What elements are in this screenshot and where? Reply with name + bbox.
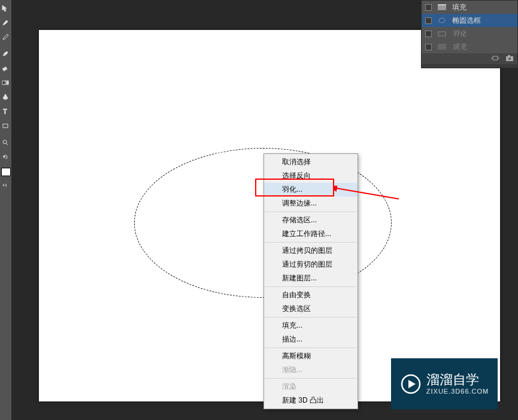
tool-palette: T xyxy=(0,0,12,420)
svg-rect-11 xyxy=(438,32,446,36)
history-label: 填充 xyxy=(452,42,466,52)
history-toggle[interactable] xyxy=(425,44,432,50)
new-snapshot-icon[interactable] xyxy=(491,55,499,64)
menu-divider xyxy=(265,348,357,348)
menu-divider xyxy=(265,378,357,379)
svg-rect-3 xyxy=(3,124,8,128)
svg-rect-0 xyxy=(2,67,7,71)
menu-render: 渲染 xyxy=(264,380,358,394)
history-item-ellipse[interactable]: 椭圆选框 xyxy=(422,14,517,27)
menu-layer-via-cut[interactable]: 通过剪切的图层 xyxy=(264,258,358,271)
watermark-subtitle: ZIXUE.3D66.COM xyxy=(426,388,489,395)
menu-new-layer[interactable]: 新建图层... xyxy=(264,271,358,285)
menu-make-work-path[interactable]: 建立工作路径... xyxy=(264,227,358,241)
rectangle-tool[interactable] xyxy=(0,119,11,133)
menu-new-3d-extrusion[interactable]: 新建 3D 凸出 xyxy=(264,394,358,407)
gradient-tool[interactable] xyxy=(0,75,11,90)
eraser-tool[interactable] xyxy=(0,61,11,75)
history-toggle[interactable] xyxy=(425,31,432,37)
menu-divider xyxy=(265,317,357,318)
folder-icon xyxy=(438,30,446,37)
svg-rect-1 xyxy=(2,81,8,84)
menu-divider xyxy=(265,286,357,287)
history-panel: 填充 椭圆选框 羽化 填充 xyxy=(421,0,518,68)
context-menu: 取消选择 选择反向 羽化... 调整边缘... 存储选区... 建立工作路径..… xyxy=(263,153,358,409)
svg-rect-17 xyxy=(508,55,510,56)
menu-fade: 渐隐... xyxy=(264,363,358,377)
history-brush-tool[interactable] xyxy=(0,47,11,61)
panel-handle[interactable] xyxy=(422,64,517,68)
pencil-tool[interactable] xyxy=(0,30,11,44)
collapse-toolbar[interactable] xyxy=(2,183,10,189)
menu-free-transform[interactable]: 自由变换 xyxy=(264,288,358,302)
watermark-badge: 溜溜自学 ZIXUE.3D66.COM xyxy=(391,358,498,409)
fill-icon xyxy=(438,43,446,50)
history-toggle[interactable] xyxy=(425,17,432,24)
history-item-feather[interactable]: 羽化 xyxy=(422,27,517,40)
foreground-color[interactable] xyxy=(1,168,11,176)
fill-icon xyxy=(438,4,446,11)
menu-fill[interactable]: 填充... xyxy=(264,319,358,333)
rotate-view-tool[interactable] xyxy=(0,150,11,164)
ellipse-icon xyxy=(438,17,446,24)
menu-save-selection[interactable]: 存储选区... xyxy=(264,213,358,227)
svg-rect-9 xyxy=(438,4,446,5)
type-tool[interactable]: T xyxy=(0,104,11,119)
svg-line-5 xyxy=(6,143,8,145)
menu-layer-via-copy[interactable]: 通过拷贝的图层 xyxy=(264,244,358,258)
menu-gaussian-blur[interactable]: 高斯模糊 xyxy=(264,349,358,363)
panel-footer xyxy=(422,53,517,64)
history-item-fill[interactable]: 填充 xyxy=(422,1,517,14)
menu-feather[interactable]: 羽化... xyxy=(264,183,358,197)
menu-deselect[interactable]: 取消选择 xyxy=(264,155,358,169)
menu-transform-selection[interactable]: 变换选区 xyxy=(264,302,358,316)
menu-select-inverse[interactable]: 选择反向 xyxy=(264,169,358,183)
menu-refine-edge[interactable]: 调整边缘... xyxy=(264,197,358,210)
watermark-title: 溜溜自学 xyxy=(426,372,489,388)
menu-divider xyxy=(265,242,357,243)
move-tool[interactable] xyxy=(0,1,11,16)
brush-tool[interactable] xyxy=(0,16,11,30)
camera-icon[interactable] xyxy=(505,55,514,64)
history-label: 羽化 xyxy=(452,29,466,39)
svg-rect-13 xyxy=(493,56,498,60)
history-toggle[interactable] xyxy=(425,4,432,11)
sharpen-tool[interactable] xyxy=(0,90,11,104)
history-label: 填充 xyxy=(452,2,466,13)
zoom-tool[interactable] xyxy=(0,135,11,150)
menu-divider xyxy=(265,211,357,212)
history-item-fill2[interactable]: 填充 xyxy=(422,40,517,53)
svg-point-10 xyxy=(439,18,445,23)
svg-rect-12 xyxy=(438,44,446,50)
menu-stroke[interactable]: 描边... xyxy=(264,333,358,346)
play-logo-icon xyxy=(400,373,422,395)
svg-point-18 xyxy=(508,58,511,60)
svg-text:T: T xyxy=(3,108,7,115)
history-label: 椭圆选框 xyxy=(452,16,481,26)
